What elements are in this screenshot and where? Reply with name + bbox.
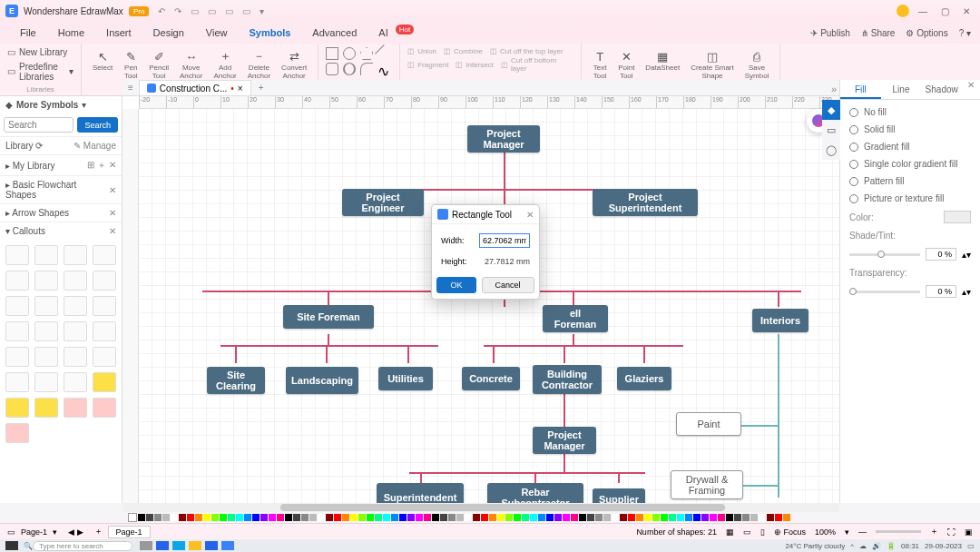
ribbon-tool[interactable]: ✎PenTool — [120, 47, 142, 82]
shape-ellipse-icon[interactable] — [343, 63, 356, 75]
color-swatch[interactable] — [750, 514, 758, 521]
shape-rect-icon[interactable] — [326, 47, 338, 60]
color-swatch[interactable] — [187, 514, 194, 521]
new-library-icon[interactable]: ▭ — [7, 47, 15, 57]
ribbon-tool[interactable]: －DeleteAnchor — [244, 47, 274, 82]
node-project-manager[interactable]: Project Manager — [467, 125, 540, 153]
color-swatch[interactable] — [416, 514, 423, 521]
node-drywall-framing[interactable]: Drywall & Framing — [671, 470, 743, 499]
node-site-foreman[interactable]: Site Foreman — [283, 305, 374, 329]
canvas-scrollbar-h[interactable] — [122, 503, 839, 512]
canvas[interactable]: Project Manager Project Engineer Project… — [139, 109, 839, 503]
node-landscaping[interactable]: Landscaping — [286, 367, 358, 394]
shape-item[interactable] — [64, 398, 87, 418]
my-library-section[interactable]: My Library — [13, 161, 55, 171]
tray-icon[interactable]: 🔋 — [887, 542, 896, 550]
color-swatch[interactable] — [448, 514, 456, 521]
node-concrete[interactable]: Concrete — [462, 367, 520, 390]
maximize-icon[interactable]: ▢ — [936, 6, 953, 16]
shape-item[interactable] — [64, 321, 87, 341]
minimize-icon[interactable]: — — [915, 6, 931, 16]
menu-symbols[interactable]: Symbols — [239, 22, 302, 44]
shape-pentagon-icon[interactable] — [360, 47, 373, 60]
node-rebar-subcontractor[interactable]: Rebar Subcontractor — [487, 483, 583, 503]
color-swatch[interactable] — [285, 514, 292, 521]
avatar-icon[interactable] — [897, 5, 909, 17]
node-project-engineer[interactable]: Project Engineer — [342, 189, 424, 216]
shape-circle-icon[interactable] — [343, 47, 356, 60]
color-swatch[interactable] — [407, 514, 415, 521]
shape-item[interactable] — [5, 423, 29, 443]
color-swatch[interactable] — [456, 514, 464, 521]
color-swatch[interactable] — [146, 514, 153, 521]
zoom-in-icon[interactable]: ＋ — [930, 526, 938, 537]
boolean-op[interactable]: ◫Combine — [444, 47, 483, 55]
page-select[interactable]: Page-1 — [21, 527, 47, 537]
notifications-icon[interactable]: ▭ — [967, 542, 975, 550]
shape-item[interactable] — [64, 296, 87, 316]
shape-item[interactable] — [93, 245, 116, 265]
tray-icon[interactable]: ^ — [850, 542, 854, 550]
shape-item[interactable] — [34, 372, 58, 392]
ribbon-tool[interactable]: ⇄ConvertAnchor — [278, 47, 310, 82]
taskbar-app-icon[interactable] — [140, 541, 152, 550]
shape-item[interactable] — [34, 296, 58, 316]
arrow-section[interactable]: Arrow Shapes — [12, 208, 69, 218]
color-swatch[interactable] — [767, 514, 774, 521]
color-swatch[interactable] — [293, 514, 300, 521]
redo-icon[interactable]: ↷ — [174, 6, 181, 16]
shape-item[interactable] — [93, 372, 116, 392]
color-swatch[interactable] — [522, 514, 529, 521]
manage-link[interactable]: ✎ Manage — [74, 141, 116, 151]
fit-icon[interactable]: ⛶ — [947, 527, 956, 537]
shape-item[interactable] — [34, 398, 58, 418]
shape-item[interactable] — [34, 321, 58, 341]
shape-item[interactable] — [34, 347, 58, 367]
ribbon-tool[interactable]: ▦DataSheet — [642, 47, 683, 82]
shade-value[interactable]: 0 % — [926, 248, 956, 261]
color-swatch[interactable] — [367, 514, 374, 521]
transparency-slider[interactable] — [849, 291, 920, 293]
color-swatch[interactable] — [375, 514, 382, 521]
node-utilities[interactable]: Utilities — [378, 367, 433, 390]
ribbon-tool[interactable]: ↔MoveAnchor — [176, 47, 206, 82]
color-swatch[interactable] — [546, 514, 554, 521]
taskbar-search[interactable]: Type here to search — [33, 541, 132, 551]
page-tab[interactable]: Page-1 — [108, 526, 151, 538]
help-icon[interactable]: ? ▾ — [959, 28, 971, 38]
node-glaziers[interactable]: Glaziers — [617, 367, 671, 390]
paint-bucket-icon[interactable]: ◆ — [822, 100, 840, 120]
color-swatch[interactable] — [318, 514, 325, 521]
color-swatch[interactable] — [652, 514, 660, 521]
color-swatch[interactable] — [228, 514, 235, 521]
ribbon-tool[interactable]: TTextTool — [589, 47, 611, 82]
shape-item[interactable] — [93, 296, 116, 316]
new-library-label[interactable]: New Library — [19, 47, 67, 57]
rp-icon[interactable]: ▭ — [822, 120, 840, 140]
color-swatch[interactable] — [260, 514, 268, 521]
callouts-section[interactable]: Callouts — [13, 226, 45, 236]
taskbar-app-icon[interactable] — [221, 541, 234, 550]
add-tab-icon[interactable]: + — [251, 83, 271, 93]
menu-ai[interactable]: AI — [368, 22, 398, 44]
shape-roundrect-icon[interactable] — [326, 63, 338, 75]
boolean-op[interactable]: ◫Union — [407, 47, 436, 55]
color-swatch[interactable] — [203, 514, 211, 521]
color-swatch[interactable] — [440, 514, 447, 521]
menu-home[interactable]: Home — [47, 22, 95, 44]
predefine-label[interactable]: Predefine Libraries — [19, 62, 65, 82]
color-swatch[interactable] — [342, 514, 349, 521]
color-swatch[interactable] — [742, 514, 750, 521]
texture-fill-radio[interactable]: Picture or texture fill — [849, 193, 971, 203]
color-swatch[interactable] — [244, 514, 251, 521]
shape-item[interactable] — [5, 296, 29, 316]
menu-design[interactable]: Design — [142, 22, 195, 44]
qat-icon[interactable]: ▭ — [242, 6, 250, 16]
color-swatch[interactable] — [726, 514, 733, 521]
ribbon-tool[interactable]: ＋AddAnchor — [210, 47, 240, 82]
shape-line-icon[interactable] — [375, 44, 393, 63]
color-swatch[interactable] — [677, 514, 684, 521]
boolean-op[interactable]: ◫Intersect — [456, 56, 494, 73]
line-tab[interactable]: Line — [881, 80, 922, 99]
color-swatch[interactable] — [220, 514, 227, 521]
